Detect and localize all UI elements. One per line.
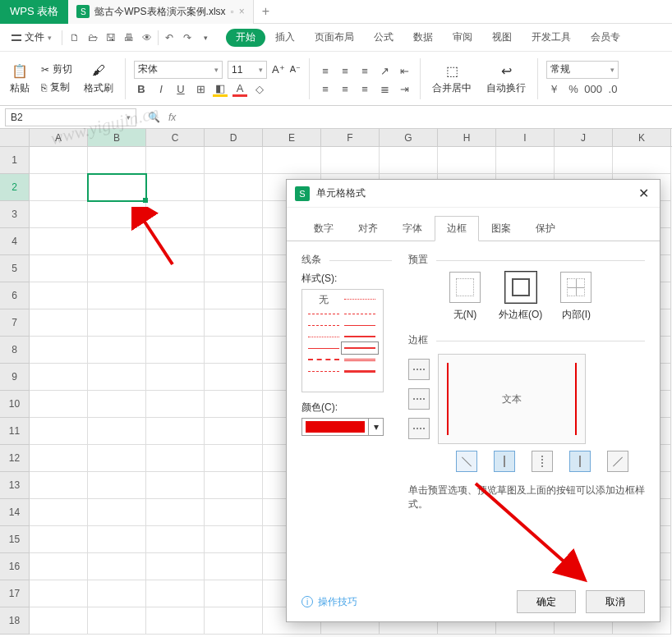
cell[interactable] bbox=[88, 499, 146, 526]
dialog-tab-number[interactable]: 数字 bbox=[301, 216, 346, 241]
cell[interactable] bbox=[30, 526, 88, 553]
tips-link[interactable]: i 操作技巧 bbox=[301, 595, 357, 609]
tab-developer[interactable]: 开发工具 bbox=[522, 24, 581, 52]
row-header[interactable]: 10 bbox=[0, 391, 30, 418]
tab-insert[interactable]: 插入 bbox=[265, 24, 305, 52]
cell[interactable] bbox=[30, 499, 88, 526]
cell[interactable] bbox=[205, 553, 263, 580]
redo-icon[interactable]: ↷ bbox=[180, 30, 195, 45]
tab-page-layout[interactable]: 页面布局 bbox=[305, 24, 364, 52]
cell[interactable] bbox=[88, 337, 146, 364]
row-header[interactable]: 5 bbox=[0, 255, 30, 282]
align-center-icon[interactable]: ≡ bbox=[338, 82, 352, 97]
borders-button[interactable]: ⊞ bbox=[193, 82, 208, 97]
cell[interactable] bbox=[30, 201, 88, 228]
zoom-icon[interactable]: 🔍 bbox=[148, 112, 160, 123]
cell[interactable] bbox=[30, 174, 88, 201]
cell[interactable] bbox=[205, 499, 263, 526]
cell[interactable] bbox=[146, 147, 205, 174]
row-header[interactable]: 18 bbox=[0, 607, 30, 635]
cell[interactable] bbox=[205, 228, 263, 255]
document-tab[interactable]: S 懿古今WPS表格演示案例.xlsx ▫ × bbox=[68, 0, 254, 24]
merge-center-button[interactable]: ⬚ 合并居中 bbox=[429, 56, 475, 102]
paste-button[interactable]: 📋 粘贴 bbox=[7, 56, 33, 102]
cell[interactable] bbox=[205, 526, 263, 553]
cell[interactable] bbox=[205, 255, 263, 282]
cell[interactable] bbox=[205, 364, 263, 391]
row-header[interactable]: 11 bbox=[0, 418, 30, 445]
row-header[interactable]: 9 bbox=[0, 364, 30, 391]
align-right-icon[interactable]: ≡ bbox=[357, 82, 372, 97]
number-format-select[interactable]: 常规▾ bbox=[546, 61, 619, 79]
cell[interactable] bbox=[555, 147, 613, 174]
cell[interactable] bbox=[30, 228, 88, 255]
preset-outer[interactable]: 外边框(O) bbox=[499, 272, 542, 322]
file-menu[interactable]: 文件 ▾ bbox=[7, 28, 57, 48]
decrease-decimal-icon[interactable]: .0 bbox=[605, 82, 620, 97]
cell[interactable] bbox=[263, 147, 321, 174]
cell[interactable] bbox=[88, 580, 146, 607]
copy-button[interactable]: ⎘复制 bbox=[41, 79, 72, 97]
col-header[interactable]: E bbox=[263, 129, 321, 146]
align-top-icon[interactable]: ≡ bbox=[318, 64, 333, 79]
border-right-button[interactable] bbox=[569, 451, 591, 472]
cell[interactable] bbox=[146, 580, 205, 607]
cell[interactable] bbox=[146, 174, 205, 201]
currency-button[interactable]: ￥ bbox=[546, 82, 561, 97]
dialog-close-button[interactable]: ✕ bbox=[635, 186, 651, 202]
cell[interactable] bbox=[205, 337, 263, 364]
cell[interactable] bbox=[380, 147, 438, 174]
cell[interactable] bbox=[146, 526, 205, 553]
cell[interactable] bbox=[205, 580, 263, 607]
row-header[interactable]: 13 bbox=[0, 472, 30, 499]
border-middle-v-button[interactable] bbox=[532, 451, 553, 472]
cell[interactable] bbox=[205, 201, 263, 228]
cell[interactable] bbox=[205, 391, 263, 418]
dialog-tab-align[interactable]: 对齐 bbox=[346, 216, 390, 241]
cell[interactable] bbox=[88, 174, 146, 201]
cell[interactable] bbox=[146, 499, 205, 526]
cell[interactable] bbox=[205, 174, 263, 201]
fx-label[interactable]: fx bbox=[168, 112, 176, 123]
row-header[interactable]: 2 bbox=[0, 174, 30, 201]
dialog-tab-font[interactable]: 字体 bbox=[390, 216, 435, 241]
col-header[interactable]: B bbox=[88, 129, 146, 146]
ok-button[interactable]: 确定 bbox=[517, 590, 576, 613]
cell[interactable] bbox=[88, 147, 146, 174]
cell[interactable] bbox=[30, 147, 88, 174]
cell[interactable] bbox=[205, 147, 263, 174]
print-preview-icon[interactable]: 👁 bbox=[140, 30, 154, 45]
tab-review[interactable]: 审阅 bbox=[443, 24, 482, 52]
cell[interactable] bbox=[146, 445, 205, 472]
row-header[interactable]: 6 bbox=[0, 282, 30, 309]
row-header[interactable]: 17 bbox=[0, 580, 30, 607]
cell[interactable] bbox=[146, 553, 205, 580]
grow-font-icon[interactable]: A⁺ bbox=[272, 63, 285, 76]
cell[interactable] bbox=[30, 553, 88, 580]
name-box[interactable]: B2 ▾ bbox=[5, 108, 136, 126]
border-middle-h-button[interactable] bbox=[408, 388, 430, 410]
cell[interactable] bbox=[88, 282, 146, 309]
cell[interactable] bbox=[88, 418, 146, 445]
cell[interactable] bbox=[30, 472, 88, 499]
comma-button[interactable]: 000 bbox=[586, 82, 601, 97]
border-top-button[interactable] bbox=[408, 359, 430, 380]
row-header[interactable]: 4 bbox=[0, 228, 30, 255]
cell[interactable] bbox=[205, 607, 263, 635]
row-header[interactable]: 8 bbox=[0, 337, 30, 364]
fill-color-button[interactable]: ◧ bbox=[213, 82, 228, 97]
border-diag-down-button[interactable] bbox=[607, 451, 628, 472]
cell[interactable] bbox=[146, 472, 205, 499]
cell[interactable] bbox=[146, 418, 205, 445]
cell[interactable] bbox=[205, 472, 263, 499]
cell[interactable] bbox=[88, 228, 146, 255]
col-header[interactable]: J bbox=[555, 129, 613, 146]
shrink-font-icon[interactable]: A⁻ bbox=[290, 64, 301, 75]
col-header[interactable]: I bbox=[496, 129, 555, 146]
cell[interactable] bbox=[496, 147, 555, 174]
cell[interactable] bbox=[88, 309, 146, 337]
cell[interactable] bbox=[30, 309, 88, 337]
col-header[interactable]: K bbox=[613, 129, 671, 146]
cell[interactable] bbox=[88, 391, 146, 418]
cell[interactable] bbox=[146, 607, 205, 635]
